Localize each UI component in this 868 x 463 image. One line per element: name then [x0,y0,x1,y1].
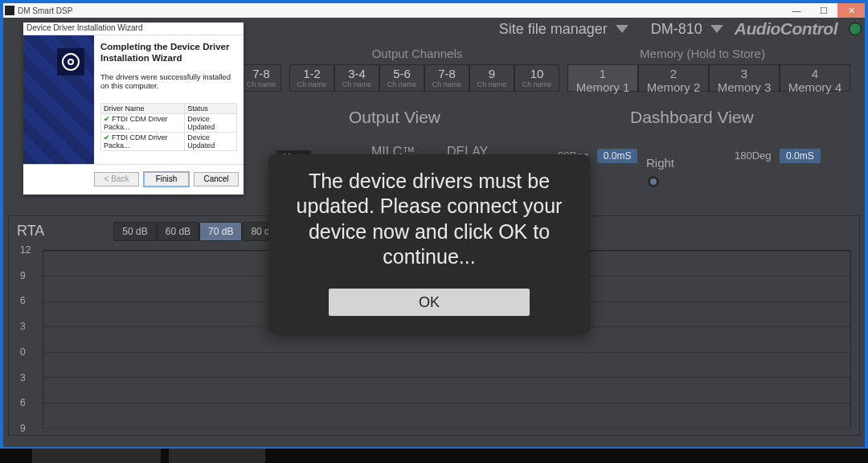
wizard-driver-row: ✔FTDI CDM Driver Packa...Device Updated [101,132,237,150]
channel-slot[interactable]: 1-2Ch name [289,64,334,92]
rta-y-tick: 9 [20,423,26,434]
channel-slot[interactable]: 10Ch name [514,64,559,92]
app-icon [5,6,14,15]
connection-led-icon [849,23,862,35]
output-view-heading: Output View [349,108,440,127]
window-maximize-button[interactable]: ☐ [810,3,837,18]
brand-logo: AudioControl [735,19,837,39]
channel-slot[interactable]: 3-4Ch name [334,64,379,92]
right-label: Right [646,156,674,170]
driver-update-modal: The device drivers must be updated. Plea… [268,154,590,334]
wizard-back-button: < Back [94,172,139,186]
wizard-driver-table: Driver Name Status ✔FTDI CDM Driver Pack… [100,103,237,151]
delay-left-chip[interactable]: 0.0mS [597,149,638,163]
window-minimize-button[interactable]: ― [783,3,810,18]
output-channels-heading: Output Channels [285,47,550,60]
svg-point-1 [68,59,73,64]
channel-slot[interactable]: 9Ch name [469,64,514,92]
driver-wizard-dialog: Device Driver Installation Wizard Comple… [23,23,244,195]
col-status: Status [185,103,237,113]
wizard-title: Device Driver Installation Wizard [23,23,244,35]
rta-y-tick: 3 [20,372,26,383]
right-radio[interactable] [648,176,659,187]
wizard-driver-row: ✔FTDI CDM Driver Packa...Device Updated [101,113,237,132]
taskbar[interactable] [0,449,868,463]
channel-slot[interactable]: 5-6Ch name [379,64,424,92]
window-title: DM Smart DSP [18,6,72,15]
wizard-message: The drivers were successfully installed … [100,72,237,90]
driver-update-message: The device drivers must be updated. Plea… [286,169,572,269]
col-driver-name: Driver Name [101,103,185,113]
device-label: DM-810 [651,21,702,38]
memory-heading: Memory (Hold to Store) [558,47,847,60]
rta-db-button[interactable]: 70 dB [199,222,242,241]
rta-db-button[interactable]: 50 dB [113,222,156,241]
window-close-button[interactable]: ✕ [837,3,865,18]
channel-slot[interactable]: 7-8Ch name [241,64,281,92]
chevron-down-icon [710,25,723,33]
site-file-manager-label: Site file manager [499,21,608,38]
delay-right-chip[interactable]: 0.0mS [780,149,821,163]
wizard-finish-button[interactable]: Finish [144,172,189,186]
rta-y-tick: 6 [20,397,26,408]
memory-slot[interactable]: 3Memory 3 [709,64,780,92]
rta-y-tick: 0 [20,346,26,358]
wizard-heading: Completing the Device Driver Installatio… [100,42,237,64]
memory-slot[interactable]: 2Memory 2 [638,64,709,92]
dashboard-view-heading: Dashboard View [630,108,754,127]
chevron-down-icon [616,25,628,33]
deg-right-label: 180Deg [735,150,772,162]
rta-db-button[interactable]: 60 dB [157,222,199,241]
memory-slot[interactable]: 1Memory 1 [567,64,638,92]
device-dropdown[interactable]: DM-810 [651,21,723,38]
svg-point-0 [63,54,79,70]
memory-slot[interactable]: 4Memory 4 [780,64,850,92]
rta-title: RTA [17,223,44,240]
wizard-cancel-button[interactable]: Cancel [194,172,239,186]
driver-update-ok-button[interactable]: OK [329,289,530,316]
rta-y-tick: 3 [20,321,26,332]
site-file-manager-dropdown[interactable]: Site file manager [499,21,628,38]
window-titlebar: DM Smart DSP ― ☐ ✕ [3,3,865,18]
cd-disc-icon [57,48,84,76]
rta-y-tick: 6 [20,295,26,306]
rta-y-tick: 12 [20,244,31,256]
wizard-sidebar-art [23,35,94,164]
rta-y-tick: 9 [20,270,26,281]
channel-slot[interactable]: 7-8Ch name [424,64,469,92]
